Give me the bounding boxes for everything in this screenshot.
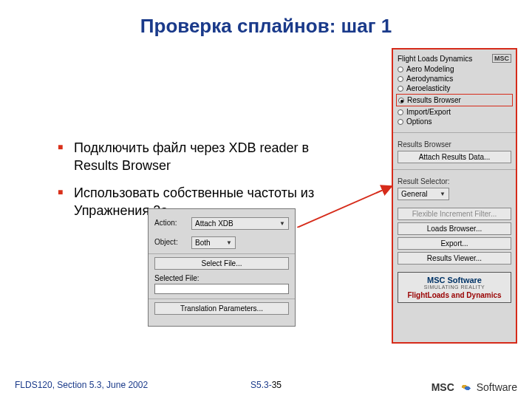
logo-product: FlightLoads and Dynamics: [401, 291, 508, 299]
object-label: Object:: [154, 238, 187, 246]
radio-label: Aeroelasticity: [406, 84, 450, 92]
chevron-down-icon: ▼: [226, 239, 232, 246]
radio-label: Results Browser: [407, 96, 461, 104]
translation-parameters-button[interactable]: Translation Parameters...: [154, 302, 289, 315]
footer-logo-software: Software: [477, 381, 517, 393]
footer-page-number: 35: [272, 380, 282, 390]
results-browser-label: Results Browser: [398, 140, 511, 149]
swoosh-icon: [456, 382, 475, 392]
loads-browser-button[interactable]: Loads Browser...: [398, 222, 511, 235]
logo-brand: MSC Software: [401, 276, 508, 284]
footer-logo: MSC Software: [432, 381, 517, 393]
selected-file-input[interactable]: [154, 284, 289, 294]
radio-label: Import/Export: [406, 108, 451, 116]
logo-sub: SIMULATING REALITY: [401, 284, 508, 290]
action-label: Action:: [154, 219, 187, 227]
radio-label: Options: [406, 117, 432, 126]
action-dropdown[interactable]: Attach XDB ▼: [191, 217, 289, 230]
chevron-down-icon: ▼: [440, 191, 446, 197]
attach-results-data-button[interactable]: Attach Results Data...: [398, 151, 511, 163]
object-dropdown[interactable]: Both ▼: [191, 236, 236, 249]
dropdown-value: Both: [195, 239, 211, 247]
select-file-button[interactable]: Select File...: [154, 257, 289, 270]
selected-file-label: Selected File:: [154, 274, 289, 282]
results-viewer-button[interactable]: Results Viewer...: [398, 252, 511, 265]
dropdown-value: General: [401, 190, 428, 198]
chevron-down-icon: ▼: [279, 220, 285, 227]
radio-aeroelasticity[interactable]: Aeroelasticity: [398, 83, 511, 93]
radio-label: Aero Modeling: [406, 65, 454, 73]
attach-xdb-panel: Action: Attach XDB ▼ Object: Both ▼ Sele…: [148, 208, 296, 327]
msc-logo-box: MSC Software SIMULATING REALITY FlightLo…: [398, 272, 511, 303]
radio-aero-modeling[interactable]: Aero Modeling: [398, 64, 511, 74]
dropdown-value: Attach XDB: [195, 219, 233, 228]
radio-highlight-box: Results Browser: [396, 94, 513, 106]
radio-aerodynamics[interactable]: Aerodynamics: [398, 74, 511, 83]
radio-label: Aerodynamics: [406, 75, 453, 83]
slide-title: Проверка сплайнов: шаг 1: [0, 15, 532, 38]
msc-badge-icon: MSC: [492, 54, 511, 63]
radio-import-export[interactable]: Import/Export: [398, 107, 511, 117]
footer-logo-msc: MSC: [432, 381, 454, 393]
result-selector-dropdown[interactable]: General ▼: [398, 188, 449, 200]
radio-options[interactable]: Options: [398, 117, 511, 126]
flight-loads-panel: Flight Loads Dynamics MSC Aero Modeling …: [392, 48, 517, 344]
result-selector-label: Result Selector:: [398, 177, 511, 185]
export-button[interactable]: Export...: [398, 237, 511, 250]
footer-section: S5.3-: [250, 380, 272, 390]
flexible-increment-filter-button[interactable]: Flexible Increment Filter...: [398, 208, 511, 220]
radio-results-browser[interactable]: Results Browser: [398, 95, 511, 105]
bullet-item: Подключить файл через XDB reader в Resul…: [74, 139, 332, 175]
panel-header: Flight Loads Dynamics: [398, 55, 472, 63]
